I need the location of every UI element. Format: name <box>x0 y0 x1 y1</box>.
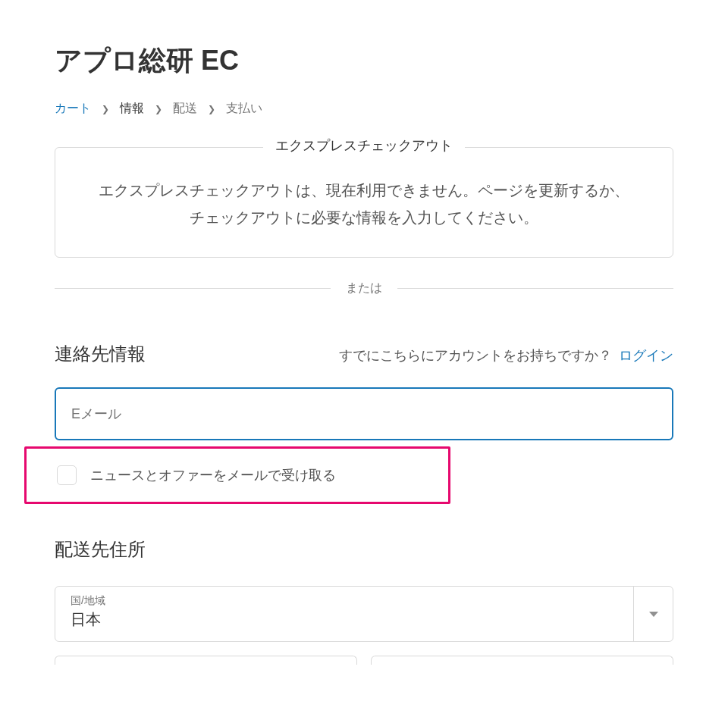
page-title: アプロ総研 EC <box>55 42 673 80</box>
name-fields-row <box>55 656 673 665</box>
lastname-field[interactable] <box>55 656 357 665</box>
chevron-right-icon: ❯ <box>155 104 162 114</box>
express-checkout-legend: エクスプレスチェックアウト <box>263 136 465 155</box>
breadcrumb-info: 情報 <box>120 101 144 117</box>
contact-header: 連絡先情報 すでにこちらにアカウントをお持ちですか？ ログイン <box>55 342 673 366</box>
breadcrumb-shipping: 配送 <box>173 101 197 117</box>
divider: または <box>55 280 673 296</box>
express-checkout-section: エクスプレスチェックアウト エクスプレスチェックアウトは、現在利用できません。ペ… <box>55 147 673 258</box>
breadcrumb: カート ❯ 情報 ❯ 配送 ❯ 支払い <box>55 101 673 117</box>
country-select-label: 国/地域 <box>71 594 657 608</box>
country-select-value: 日本 <box>71 611 101 628</box>
login-prompt: すでにこちらにアカウントをお持ちですか？ ログイン <box>339 346 673 365</box>
divider-line <box>55 288 331 289</box>
express-checkout-message: エクスプレスチェックアウトは、現在利用できません。ページを更新するか、チェックア… <box>55 147 673 258</box>
chevron-right-icon: ❯ <box>208 104 215 114</box>
divider-text: または <box>346 280 382 296</box>
select-arrow <box>633 587 673 641</box>
breadcrumb-cart[interactable]: カート <box>55 101 91 117</box>
shipping-heading: 配送先住所 <box>55 537 673 562</box>
newsletter-label: ニュースとオファーをメールで受け取る <box>90 466 336 484</box>
newsletter-checkbox[interactable] <box>57 465 77 485</box>
login-prompt-text: すでにこちらにアカウントをお持ちですか？ <box>339 348 612 363</box>
login-link[interactable]: ログイン <box>619 348 673 363</box>
contact-heading: 連絡先情報 <box>55 342 146 366</box>
breadcrumb-payment: 支払い <box>226 101 262 117</box>
firstname-field[interactable] <box>371 656 673 665</box>
caret-down-icon <box>649 612 658 617</box>
country-select[interactable]: 国/地域 日本 <box>55 586 673 642</box>
newsletter-highlight: ニュースとオファーをメールで受け取る <box>24 446 450 504</box>
chevron-right-icon: ❯ <box>102 104 109 114</box>
email-field[interactable] <box>55 387 673 440</box>
divider-line <box>397 288 673 289</box>
